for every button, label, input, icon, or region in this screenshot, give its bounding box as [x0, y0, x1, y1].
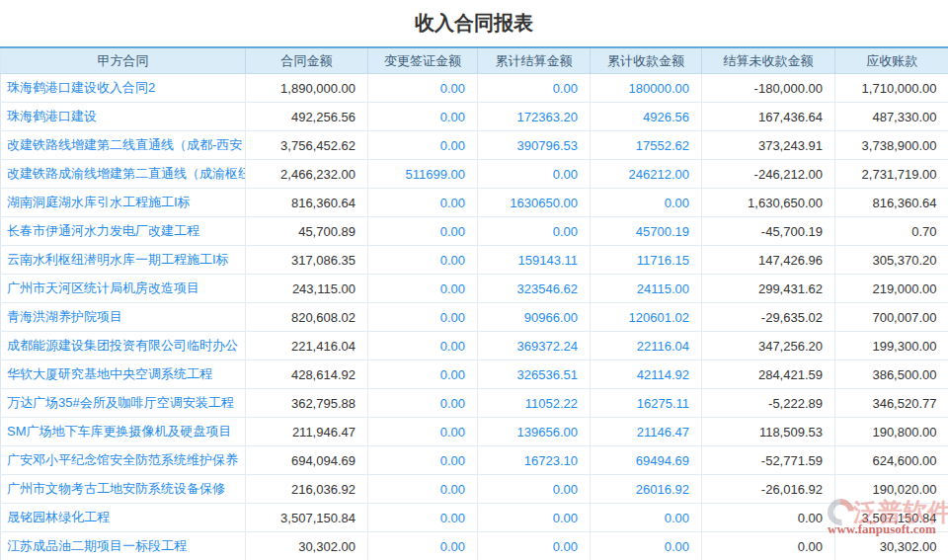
cell-received-amount[interactable]: 120601.02	[591, 303, 702, 332]
cell-unsettled-amount: 299,431.62	[702, 275, 835, 303]
table-row: 晟铭园林绿化工程3,507,150.840.000.000.000.003,50…	[1, 504, 948, 532]
cell-change-visa-amount[interactable]: 0.00	[368, 189, 478, 217]
cell-received-amount[interactable]: 69494.69	[591, 446, 702, 475]
cell-receivable-amount: 199,300.00	[835, 332, 948, 360]
cell-party-contract[interactable]: 湖南洞庭湖水库引水工程施工I标	[1, 189, 246, 217]
cell-received-amount[interactable]: 17552.62	[591, 131, 702, 160]
cell-unsettled-amount: -26,016.92	[702, 475, 835, 504]
cell-change-visa-amount[interactable]: 0.00	[368, 360, 478, 389]
cell-party-contract[interactable]: 珠海鹤港口建设收入合同2	[1, 74, 246, 103]
cell-settled-amount[interactable]: 90966.00	[478, 303, 591, 332]
cell-contract-amount: 243,115.00	[246, 275, 368, 303]
cell-contract-amount: 694,094.69	[246, 446, 368, 475]
cell-party-contract[interactable]: 长春市伊通河水力发电厂改建工程	[1, 217, 246, 246]
cell-receivable-amount: 487,330.00	[835, 103, 948, 131]
cell-contract-amount: 3,756,452.62	[246, 131, 368, 160]
cell-settled-amount[interactable]: 0.00	[478, 217, 591, 246]
cell-unsettled-amount: 147,426.96	[702, 246, 835, 275]
cell-change-visa-amount[interactable]: 0.00	[368, 475, 478, 504]
cell-party-contract[interactable]: 珠海鹤港口建设	[1, 103, 246, 131]
cell-party-contract[interactable]: 万达广场35#会所及咖啡厅空调安装工程	[1, 389, 246, 418]
cell-change-visa-amount[interactable]: 0.00	[368, 303, 478, 332]
cell-party-contract[interactable]: 成都能源建设集团投资有限公司临时办公	[1, 332, 246, 360]
cell-settled-amount[interactable]: 0.00	[478, 160, 591, 189]
cell-settled-amount[interactable]: 139656.00	[478, 418, 591, 446]
cell-received-amount[interactable]: 26016.92	[591, 475, 702, 504]
cell-receivable-amount: 2,731,719.00	[835, 160, 948, 189]
cell-receivable-amount: 700,007.00	[835, 303, 948, 332]
cell-party-contract[interactable]: 改建铁路线增建第二线直通线（成都-西安	[1, 131, 246, 160]
cell-party-contract[interactable]: 青海洪湖养护院项目	[1, 303, 246, 332]
cell-received-amount[interactable]: 24115.00	[591, 275, 702, 303]
cell-change-visa-amount[interactable]: 0.00	[368, 217, 478, 246]
cell-change-visa-amount[interactable]: 0.00	[368, 275, 478, 303]
cell-settled-amount[interactable]: 0.00	[478, 475, 591, 504]
cell-receivable-amount: 0.70	[835, 217, 948, 246]
cell-settled-amount[interactable]: 323546.62	[478, 275, 591, 303]
cell-change-visa-amount[interactable]: 0.00	[368, 74, 478, 103]
cell-change-visa-amount[interactable]: 0.00	[368, 504, 478, 532]
cell-received-amount[interactable]: 180000.00	[591, 74, 702, 103]
cell-receivable-amount: 3,738,900.00	[835, 131, 948, 160]
column-header-4: 累计收款金额	[591, 47, 702, 74]
cell-receivable-amount: 386,500.00	[835, 360, 948, 389]
cell-contract-amount: 428,614.92	[246, 360, 368, 389]
cell-settled-amount[interactable]: 16723.10	[478, 446, 591, 475]
cell-settled-amount[interactable]: 326536.51	[478, 360, 591, 389]
cell-change-visa-amount[interactable]: 0.00	[368, 446, 478, 475]
cell-party-contract[interactable]: 广安邓小平纪念馆安全防范系统维护保养	[1, 446, 246, 475]
cell-party-contract[interactable]: 广州市文物考古工地安防系统设备保修	[1, 475, 246, 504]
cell-unsettled-amount: 118,509.53	[702, 418, 835, 446]
cell-received-amount[interactable]: 22116.04	[591, 332, 702, 360]
cell-change-visa-amount[interactable]: 0.00	[368, 332, 478, 360]
cell-party-contract[interactable]: 改建铁路成渝线增建第二直通线（成渝枢纽	[1, 160, 246, 189]
cell-change-visa-amount[interactable]: 511699.00	[368, 160, 478, 189]
cell-settled-amount[interactable]: 11052.22	[478, 389, 591, 418]
cell-party-contract[interactable]: 广州市天河区统计局机房改造项目	[1, 275, 246, 303]
cell-party-contract[interactable]: SM广场地下车库更换摄像机及硬盘项目	[1, 418, 246, 446]
cell-receivable-amount: 305,370.20	[835, 246, 948, 275]
cell-received-amount[interactable]: 0.00	[591, 189, 702, 217]
cell-party-contract[interactable]: 华软大厦研究基地中央空调系统工程	[1, 360, 246, 389]
table-row: 广州市天河区统计局机房改造项目243,115.000.00323546.6224…	[1, 275, 948, 303]
cell-received-amount[interactable]: 45700.19	[591, 217, 702, 246]
column-header-5: 结算未收款金额	[702, 47, 835, 74]
cell-party-contract[interactable]: 晟铭园林绿化工程	[1, 504, 246, 532]
cell-contract-amount: 2,466,232.00	[246, 160, 368, 189]
cell-change-visa-amount[interactable]: 0.00	[368, 103, 478, 131]
cell-received-amount[interactable]: 246212.00	[591, 160, 702, 189]
table-row: 江苏成品油二期项目一标段工程30,302.000.000.000.000.003…	[1, 532, 948, 560]
table-row: 珠海鹤港口建设收入合同21,890,000.000.000.00180000.0…	[1, 74, 948, 103]
cell-settled-amount[interactable]: 0.00	[478, 504, 591, 532]
cell-received-amount[interactable]: 21146.47	[591, 418, 702, 446]
cell-received-amount[interactable]: 11716.15	[591, 246, 702, 275]
cell-received-amount[interactable]: 42114.92	[591, 360, 702, 389]
cell-party-contract[interactable]: 云南水利枢纽潜明水库一期工程施工I标	[1, 246, 246, 275]
cell-change-visa-amount[interactable]: 0.00	[368, 131, 478, 160]
cell-change-visa-amount[interactable]: 0.00	[368, 532, 478, 560]
cell-settled-amount[interactable]: 0.00	[478, 532, 591, 560]
table-row: 云南水利枢纽潜明水库一期工程施工I标317,086.350.00159143.1…	[1, 246, 948, 275]
cell-received-amount[interactable]: 0.00	[591, 504, 702, 532]
cell-settled-amount[interactable]: 0.00	[478, 74, 591, 103]
column-header-1: 合同金额	[246, 47, 368, 74]
cell-change-visa-amount[interactable]: 0.00	[368, 418, 478, 446]
cell-received-amount[interactable]: 0.00	[591, 532, 702, 560]
cell-unsettled-amount: 1,630,650.00	[702, 189, 835, 217]
cell-settled-amount[interactable]: 369372.24	[478, 332, 591, 360]
cell-contract-amount: 317,086.35	[246, 246, 368, 275]
cell-change-visa-amount[interactable]: 0.00	[368, 389, 478, 418]
cell-settled-amount[interactable]: 1630650.00	[478, 189, 591, 217]
cell-change-visa-amount[interactable]: 0.00	[368, 246, 478, 275]
cell-party-contract[interactable]: 江苏成品油二期项目一标段工程	[1, 532, 246, 560]
cell-settled-amount[interactable]: 390796.53	[478, 131, 591, 160]
cell-received-amount[interactable]: 4926.56	[591, 103, 702, 131]
cell-receivable-amount: 30,302.00	[835, 532, 948, 560]
cell-settled-amount[interactable]: 172363.20	[478, 103, 591, 131]
cell-receivable-amount: 3,507,150.84	[835, 504, 948, 532]
cell-settled-amount[interactable]: 159143.11	[478, 246, 591, 275]
table-row: 长春市伊通河水力发电厂改建工程45,700.890.000.0045700.19…	[1, 217, 948, 246]
table-row: 成都能源建设集团投资有限公司临时办公221,416.040.00369372.2…	[1, 332, 948, 360]
cell-received-amount[interactable]: 16275.11	[591, 389, 702, 418]
cell-unsettled-amount: -29,635.02	[702, 303, 835, 332]
